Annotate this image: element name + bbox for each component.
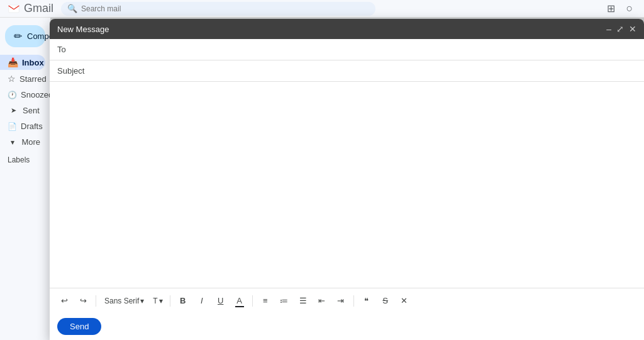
labels-section: Labels <box>0 150 50 167</box>
sidebar-item-sent[interactable]: ➤ Sent <box>0 103 45 118</box>
starred-label: Starred <box>19 74 47 84</box>
to-input[interactable] <box>89 45 636 54</box>
subject-label: Subject <box>57 66 89 76</box>
redo-button[interactable]: ↪ <box>75 293 91 309</box>
background-overlay: New Message – ⤢ ✕ To Subject <box>50 18 644 340</box>
inbox-label: Inbox <box>22 58 44 67</box>
compose-title: New Message <box>57 25 109 34</box>
compose-toolbar: ↩ ↪ Sans Serif ▾ T ▾ B I U <box>50 288 644 313</box>
main-layout: ✏ Compose 📥 Inbox ☆ Starred 🕐 Snoozed ➤ <box>0 18 644 340</box>
labels-title: Labels <box>8 156 30 164</box>
sidebar-item-sent-row: ➤ Sent <box>8 106 40 115</box>
sent-icon: ➤ <box>8 106 19 115</box>
remove-formatting-button[interactable]: ✕ <box>396 293 413 309</box>
search-bar[interactable]: 🔍 <box>61 2 375 16</box>
sidebar-item-snoozed[interactable]: 🕐 Snoozed <box>0 88 45 102</box>
close-compose-icon[interactable]: ✕ <box>629 24 636 34</box>
compose-header[interactable]: New Message – ⤢ ✕ <box>50 19 644 39</box>
undo-button[interactable]: ↩ <box>56 293 72 309</box>
drafts-label: Drafts <box>21 122 43 131</box>
text-color-a: A <box>236 296 242 305</box>
snoozed-label: Snoozed <box>21 90 53 99</box>
starred-icon: ☆ <box>8 74 16 84</box>
font-size-T-icon: T <box>153 297 157 305</box>
compose-subject-field: Subject <box>50 60 644 82</box>
sidebar-item-starred[interactable]: ☆ Starred <box>0 71 45 86</box>
sidebar-item-snoozed-row: 🕐 Snoozed <box>8 90 40 99</box>
compose-pen-icon: ✏ <box>14 30 22 42</box>
compose-bottom-bar: Send <box>50 313 644 340</box>
snoozed-icon: 🕐 <box>8 91 17 99</box>
align-button[interactable]: ≡ <box>257 293 274 309</box>
subject-input[interactable] <box>89 66 636 76</box>
account-icon-btn[interactable]: ○ <box>623 2 636 16</box>
font-name-label: Sans Serif <box>104 297 139 305</box>
compose-content-area[interactable] <box>50 82 644 288</box>
text-color-button[interactable]: A <box>231 293 248 309</box>
maximize-icon[interactable]: ⤢ <box>616 24 624 34</box>
compose-to-field: To <box>50 39 644 60</box>
strikethrough-button[interactable]: S <box>377 293 394 309</box>
font-name-select[interactable]: Sans Serif ▾ <box>101 295 148 307</box>
sidebar-item-drafts-row: 📄 Drafts <box>8 122 40 131</box>
drafts-icon: 📄 <box>8 122 17 131</box>
toolbar-separator-1 <box>96 295 96 307</box>
font-name-arrow: ▾ <box>140 297 144 305</box>
compose-button[interactable]: ✏ Compose <box>5 25 45 47</box>
toolbar-separator-2 <box>170 295 170 307</box>
increase-indent-button[interactable]: ⇥ <box>333 293 349 309</box>
compose-header-icons: – ⤢ ✕ <box>606 24 636 34</box>
font-size-select[interactable]: T ▾ <box>150 295 165 307</box>
bulleted-list-button[interactable]: ☰ <box>295 293 311 309</box>
more-icon: ▾ <box>8 138 18 147</box>
gmail-icon <box>8 3 20 15</box>
sidebar-item-more-row: ▾ More <box>8 137 40 147</box>
topbar: Gmail 🔍 ⊞ ○ <box>0 0 644 18</box>
compose-window: New Message – ⤢ ✕ To Subject <box>50 19 644 340</box>
sidebar: ✏ Compose 📥 Inbox ☆ Starred 🕐 Snoozed ➤ <box>0 18 50 340</box>
more-label: More <box>21 137 40 147</box>
sidebar-item-inbox-row: 📥 Inbox <box>8 57 40 67</box>
bold-button[interactable]: B <box>175 293 191 309</box>
italic-button[interactable]: I <box>194 293 210 309</box>
minimize-icon[interactable]: – <box>606 24 611 34</box>
to-label: To <box>57 45 89 54</box>
send-button[interactable]: Send <box>57 318 101 335</box>
sidebar-item-more[interactable]: ▾ More <box>0 135 45 149</box>
sidebar-item-starred-row: ☆ Starred <box>8 74 40 84</box>
compose-body: To Subject ↩ ↪ Sans Serif <box>50 39 644 340</box>
sidebar-item-inbox[interactable]: 📥 Inbox <box>0 55 45 70</box>
inbox-icon: 📥 <box>8 57 18 67</box>
search-icon: 🔍 <box>67 4 77 13</box>
font-size-arrow: ▾ <box>159 297 163 305</box>
sent-label: Sent <box>23 106 40 115</box>
numbered-list-button[interactable]: ≔ <box>276 293 292 309</box>
toolbar-separator-3 <box>252 295 253 307</box>
search-input[interactable] <box>81 4 369 13</box>
decrease-indent-button[interactable]: ⇤ <box>314 293 330 309</box>
gmail-wordmark: Gmail <box>24 2 53 15</box>
gmail-logo: Gmail <box>8 2 53 15</box>
account-icon: ○ <box>626 2 633 15</box>
sidebar-item-drafts[interactable]: 📄 Drafts <box>0 119 45 133</box>
grid-icon-btn[interactable]: ⊞ <box>604 2 618 16</box>
topbar-icons: ⊞ ○ <box>604 2 636 16</box>
toolbar-separator-4 <box>353 295 354 307</box>
grid-icon: ⊞ <box>607 3 615 14</box>
quote-button[interactable]: ❝ <box>358 293 375 309</box>
underline-button[interactable]: U <box>213 293 229 309</box>
text-color-underline <box>235 306 244 307</box>
